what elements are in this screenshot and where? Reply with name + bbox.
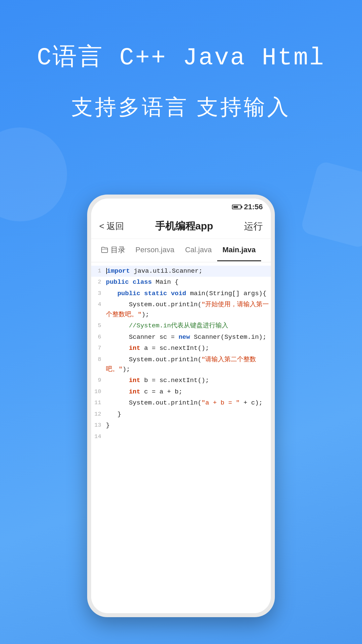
code-line-14: 14 — [91, 431, 271, 442]
line-num-13: 13 — [91, 421, 106, 430]
code-line-5: 5 //System.in代表从键盘进行输入 — [91, 320, 271, 331]
hero-section: C语言 C++ Java Html 支持多语言 支持输入 — [0, 0, 362, 142]
back-button[interactable]: < 返回 — [99, 220, 124, 232]
line-num-4: 4 — [91, 300, 106, 309]
tab-person-java[interactable]: Person.java — [130, 239, 180, 261]
code-line-9: 9 int b = sc.nextInt(); — [91, 375, 271, 386]
code-line-8: 8 System.out.println("请输入第二个整数吧。"); — [91, 354, 271, 375]
run-button[interactable]: 运行 — [244, 220, 263, 233]
line-num-10: 10 — [91, 387, 106, 396]
line-num-3: 3 — [91, 289, 106, 298]
line-num-12: 12 — [91, 410, 106, 419]
back-label: < 返回 — [99, 220, 124, 232]
tab-folder[interactable]: 目录 — [97, 239, 130, 262]
line-content-4: System.out.println("开始使用，请输入第一个整数吧。"); — [106, 300, 271, 320]
line-content-2: public class Main { — [106, 277, 271, 287]
code-line-7: 7 int a = sc.nextInt(); — [91, 343, 271, 354]
battery-icon — [232, 205, 241, 209]
nav-title: 手机编程app — [155, 219, 213, 233]
status-bar: 21:56 — [91, 199, 271, 214]
code-line-4: 4 System.out.println("开始使用，请输入第一个整数吧。"); — [91, 299, 271, 320]
phone-outer: 21:56 < 返回 手机编程app 运行 目录 Per — [87, 195, 275, 617]
code-line-2: 2 public class Main { — [91, 277, 271, 288]
phone-mockup: 21:56 < 返回 手机编程app 运行 目录 Per — [87, 195, 275, 617]
tab-cal-java[interactable]: Cal.java — [180, 239, 217, 261]
line-num-7: 7 — [91, 343, 106, 353]
line-num-1: 1 — [91, 266, 106, 275]
tab-main-java[interactable]: Main.java — [217, 239, 261, 261]
code-content: 1 import java.util.Scanner; 2 public cla… — [91, 262, 271, 613]
lang-title: C语言 C++ Java Html — [20, 40, 342, 72]
code-line-10: 10 int c = a + b; — [91, 386, 271, 397]
line-num-8: 8 — [91, 355, 106, 364]
code-line-3: 3 public static void main(String[] args)… — [91, 288, 271, 299]
code-line-1: 1 import java.util.Scanner; — [91, 266, 271, 277]
line-content-7: int a = sc.nextInt(); — [106, 343, 271, 353]
code-line-13: 13 } — [91, 420, 271, 431]
bg-decoration-right — [300, 160, 362, 249]
line-content-8: System.out.println("请输入第二个整数吧。"); — [106, 355, 271, 375]
code-editor[interactable]: 1 import java.util.Scanner; 2 public cla… — [91, 262, 271, 613]
line-num-9: 9 — [91, 376, 106, 385]
code-line-12: 12 } — [91, 409, 271, 420]
line-num-14: 14 — [91, 432, 106, 441]
line-content-13: } — [106, 421, 271, 430]
folder-icon — [101, 247, 108, 253]
line-num-2: 2 — [91, 277, 106, 286]
line-content-3: public static void main(String[] args){ — [106, 289, 271, 299]
code-line-11: 11 System.out.println("a + b = " + c); — [91, 397, 271, 409]
line-content-10: int c = a + b; — [106, 387, 271, 397]
tab-bar: 目录 Person.java Cal.java Main.java — [91, 239, 271, 262]
line-content-12: } — [106, 410, 271, 419]
line-num-6: 6 — [91, 332, 106, 341]
folder-label: 目录 — [111, 245, 125, 255]
status-time: 21:56 — [244, 203, 263, 211]
line-content-1: import java.util.Scanner; — [106, 266, 271, 276]
nav-bar: < 返回 手机编程app 运行 — [91, 214, 271, 239]
line-content-11: System.out.println("a + b = " + c); — [106, 398, 271, 408]
line-content-5: //System.in代表从键盘进行输入 — [106, 321, 271, 331]
line-content-6: Scanner sc = new Scanner(System.in); — [106, 332, 271, 342]
phone-inner: 21:56 < 返回 手机编程app 运行 目录 Per — [91, 199, 271, 613]
line-num-11: 11 — [91, 398, 106, 407]
line-content-14 — [106, 432, 271, 442]
code-line-6: 6 Scanner sc = new Scanner(System.in); — [91, 332, 271, 343]
line-num-5: 5 — [91, 321, 106, 330]
line-content-9: int b = sc.nextInt(); — [106, 376, 271, 385]
subtitle: 支持多语言 支持输入 — [20, 93, 342, 122]
